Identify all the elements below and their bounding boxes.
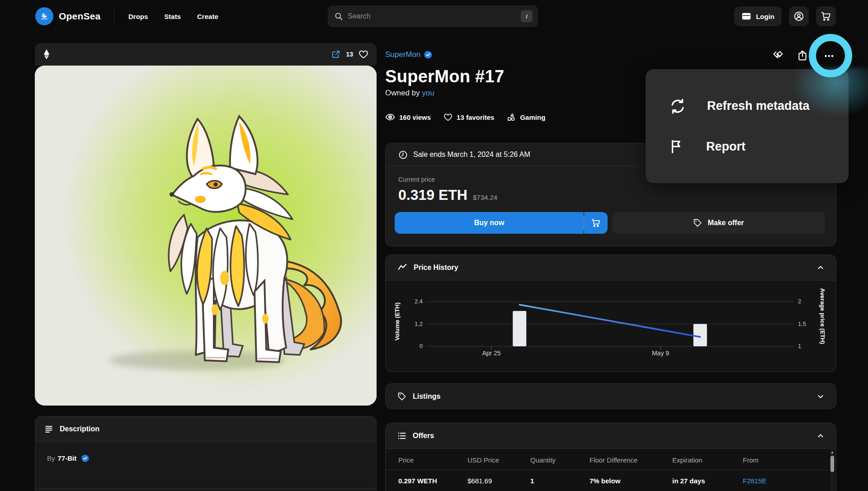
price-history-header[interactable]: Price History bbox=[386, 255, 836, 280]
item-stats-row: 160 views 13 favorites Gaming bbox=[385, 112, 545, 122]
share-icon bbox=[797, 50, 808, 61]
col-price: Price bbox=[398, 456, 414, 464]
collection-verified-icon bbox=[424, 51, 432, 59]
handshake-icon bbox=[772, 49, 784, 62]
offers-table: Price USD Price Quantity Floor Differenc… bbox=[386, 449, 835, 491]
collection-row: SuperMon bbox=[385, 50, 432, 59]
scrollbar-thumb[interactable] bbox=[830, 456, 834, 472]
description-body: By77-Bit bbox=[35, 442, 376, 475]
x-label-1: May 9 bbox=[642, 349, 679, 357]
nav-right: Login bbox=[734, 6, 836, 26]
wallet-icon bbox=[741, 11, 751, 21]
offer-from-link[interactable]: F2815E bbox=[743, 477, 767, 485]
make-offer-label: Make offer bbox=[708, 219, 744, 227]
add-to-cart-button[interactable] bbox=[584, 212, 608, 234]
views-stat: 160 views bbox=[385, 112, 431, 122]
scrollbar-up-arrow[interactable]: ▲ bbox=[830, 450, 835, 455]
chevron-up-icon[interactable] bbox=[817, 264, 824, 271]
left-tick-0: 2.4 bbox=[405, 298, 423, 305]
nav-link-stats[interactable]: Stats bbox=[164, 13, 181, 20]
nav-link-create[interactable]: Create bbox=[197, 13, 218, 20]
right-tick-2: 1 bbox=[798, 343, 801, 349]
refresh-metadata-label: Refresh metadata bbox=[707, 99, 810, 113]
x-label-0: Apr 25 bbox=[473, 349, 509, 357]
views-count: 160 views bbox=[399, 113, 431, 121]
item-action-icons: ••• bbox=[771, 49, 836, 62]
nav-divider bbox=[114, 10, 114, 23]
share-button[interactable] bbox=[796, 49, 809, 62]
search-icon bbox=[334, 12, 343, 21]
description-divider bbox=[35, 489, 376, 489]
more-button[interactable]: ••• bbox=[823, 49, 836, 62]
ethereum-icon bbox=[43, 49, 50, 60]
offers-scrollbar[interactable]: ▲ bbox=[830, 450, 835, 491]
owned-by-label: Owned by bbox=[385, 89, 420, 97]
opensea-item-page: OpenSea Drops Stats Create / Login bbox=[0, 0, 868, 491]
owner-link[interactable]: you bbox=[422, 89, 434, 97]
nav-link-drops[interactable]: Drops bbox=[128, 13, 148, 20]
description-header[interactable]: Description bbox=[35, 416, 376, 442]
media-card-header: 13 bbox=[35, 43, 377, 66]
favorites-count: 13 favorites bbox=[457, 113, 494, 121]
buy-now-group: Buy now bbox=[395, 212, 608, 234]
favorite-heart-icon[interactable] bbox=[359, 49, 368, 59]
menu-item-refresh-metadata[interactable]: Refresh metadata bbox=[646, 98, 849, 115]
opensea-logo[interactable]: OpenSea bbox=[35, 7, 100, 25]
make-offer-button[interactable]: Make offer bbox=[612, 212, 825, 234]
buy-now-button[interactable]: Buy now bbox=[395, 212, 584, 234]
ellipsis-icon: ••• bbox=[825, 52, 835, 60]
heart-icon bbox=[443, 113, 453, 122]
deal-button[interactable] bbox=[771, 49, 785, 62]
cart-small-icon bbox=[591, 218, 601, 228]
nav-links: Drops Stats Create bbox=[128, 0, 218, 33]
description-card: Description By77-Bit bbox=[35, 416, 377, 491]
col-from: From bbox=[743, 456, 759, 464]
favorites-stat: 13 favorites bbox=[443, 113, 494, 122]
offer-usd-price: $681.69 bbox=[467, 477, 492, 485]
flag-icon bbox=[669, 138, 685, 155]
right-tick-0: 2 bbox=[798, 298, 801, 305]
left-axis-title: Volume (ETH) bbox=[394, 290, 401, 353]
chevron-up-icon[interactable] bbox=[817, 432, 824, 439]
price-history-chart: Volume (ETH) Average price (ETH) 2.4 1.2… bbox=[386, 281, 836, 373]
offers-header[interactable]: Offers bbox=[386, 423, 836, 449]
price-history-card: Price History Volume (ETH) Average price… bbox=[385, 255, 836, 372]
right-axis-title: Average price (ETH) bbox=[819, 284, 826, 348]
more-options-menu: Refresh metadata Report bbox=[646, 69, 849, 183]
cart-button[interactable] bbox=[816, 6, 836, 26]
chart-line-icon bbox=[397, 263, 407, 273]
clock-icon bbox=[398, 150, 408, 160]
search-bar[interactable]: / bbox=[328, 5, 538, 27]
offer-floor-difference: 7% below bbox=[590, 477, 620, 485]
offer-quantity: 1 bbox=[530, 477, 534, 485]
menu-item-report[interactable]: Report bbox=[646, 138, 849, 155]
item-title: SuperMon #17 bbox=[385, 67, 504, 86]
left-tick-2: 0 bbox=[405, 343, 423, 349]
right-tick-1: 1.5 bbox=[798, 321, 806, 327]
search-input[interactable] bbox=[348, 12, 521, 20]
tag-icon bbox=[693, 218, 702, 227]
login-label: Login bbox=[756, 13, 774, 20]
price-history-title: Price History bbox=[414, 264, 458, 272]
login-button[interactable]: Login bbox=[734, 6, 782, 26]
nft-artwork-fox bbox=[35, 66, 377, 406]
nft-image[interactable] bbox=[35, 66, 377, 406]
offers-title: Offers bbox=[413, 432, 434, 440]
collection-link[interactable]: SuperMon bbox=[385, 50, 420, 59]
refresh-icon bbox=[669, 98, 686, 115]
chevron-down-icon[interactable] bbox=[817, 393, 824, 400]
category-icon bbox=[507, 113, 516, 122]
listings-title: Listings bbox=[413, 392, 440, 401]
external-link-icon[interactable] bbox=[331, 50, 340, 59]
cart-icon bbox=[821, 11, 831, 22]
price-history-body: Volume (ETH) Average price (ETH) 2.4 1.2… bbox=[386, 281, 836, 372]
category-stat[interactable]: Gaming bbox=[507, 113, 545, 122]
account-button[interactable] bbox=[789, 6, 809, 26]
creator-verified-icon bbox=[81, 454, 89, 462]
account-icon bbox=[793, 11, 804, 22]
col-usd-price: USD Price bbox=[467, 456, 499, 464]
creator-by-label: By bbox=[47, 454, 55, 462]
creator-name[interactable]: 77-Bit bbox=[58, 454, 77, 462]
listings-header[interactable]: Listings bbox=[386, 384, 836, 409]
listings-card: Listings bbox=[385, 383, 836, 409]
